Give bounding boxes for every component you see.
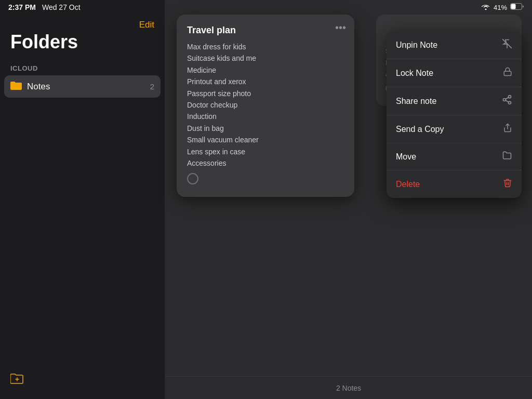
status-right: 41% xyxy=(481,3,524,11)
note-line-7: Dust in bag xyxy=(187,123,344,134)
context-menu: Unpin Note Lock Note Share note xyxy=(387,31,522,198)
folder-icon xyxy=(10,81,22,92)
send-copy-icon xyxy=(503,123,512,136)
note-line-8: Small vacuum cleaner xyxy=(187,134,344,145)
sidebar-item-notes[interactable]: Notes 2 xyxy=(4,75,161,98)
svg-rect-1 xyxy=(511,4,516,9)
edit-button[interactable]: Edit xyxy=(139,20,154,30)
menu-item-delete[interactable]: Delete xyxy=(387,170,522,198)
note-line-2: Medicine xyxy=(187,64,344,76)
sidebar: Folders Edit iCloud Notes 2 xyxy=(0,0,165,399)
lock-icon xyxy=(503,66,512,79)
svg-rect-4 xyxy=(504,71,511,75)
status-date: Wed 27 Oct xyxy=(42,3,81,11)
note-title: Travel plan xyxy=(187,25,344,36)
bottom-bar: 2 Notes xyxy=(165,376,532,399)
menu-item-send-copy-label: Send a Copy xyxy=(396,125,444,134)
wifi-icon xyxy=(481,3,490,11)
menu-item-share-label: Share note xyxy=(396,97,436,106)
folders-title: Folders xyxy=(10,31,78,52)
menu-item-share[interactable]: Share note xyxy=(387,87,522,115)
note-line-0: Max dress for kids xyxy=(187,41,344,52)
menu-item-lock-label: Lock Note xyxy=(396,69,433,78)
menu-item-lock[interactable]: Lock Note xyxy=(387,59,522,87)
note-line-4: Passport size photo xyxy=(187,88,344,99)
note-card: ••• Travel plan Max dress for kids Suitc… xyxy=(177,15,354,197)
menu-item-send-copy[interactable]: Send a Copy xyxy=(387,115,522,143)
svg-line-9 xyxy=(506,97,509,99)
note-line-6: Induction xyxy=(187,111,344,122)
icloud-label: iCloud xyxy=(0,58,165,75)
status-bar: 2:37 PM Wed 27 Oct 41% xyxy=(0,0,532,15)
battery-percentage: 41% xyxy=(494,4,507,11)
notes-item-count: 2 xyxy=(150,82,154,91)
new-folder-button[interactable] xyxy=(10,373,24,389)
trash-icon xyxy=(503,178,512,191)
status-time: 2:37 PM xyxy=(8,3,36,11)
menu-item-move[interactable]: Move xyxy=(387,143,522,170)
note-line-5: Doctor checkup xyxy=(187,99,344,111)
note-line-10: Accessories xyxy=(187,157,344,169)
sidebar-bottom xyxy=(10,373,24,389)
share-icon xyxy=(502,95,512,108)
note-content: Max dress for kids Suitcase kids and me … xyxy=(187,41,344,169)
note-line-1: Suitcase kids and me xyxy=(187,52,344,64)
menu-item-delete-label: Delete xyxy=(396,180,420,189)
notes-count-label: 2 Notes xyxy=(336,384,361,392)
menu-item-unpin-label: Unpin Note xyxy=(396,41,437,50)
note-line-9: Lens spex in case xyxy=(187,146,344,157)
note-more-button[interactable]: ••• xyxy=(333,20,348,36)
move-icon xyxy=(502,151,512,163)
svg-line-8 xyxy=(506,100,509,102)
battery-icon xyxy=(510,3,524,11)
menu-item-unpin[interactable]: Unpin Note xyxy=(387,31,522,59)
status-left: 2:37 PM Wed 27 Oct xyxy=(8,3,81,11)
menu-item-move-label: Move xyxy=(396,152,416,162)
notes-item-label: Notes xyxy=(27,82,145,92)
note-line-3: Printout and xerox xyxy=(187,76,344,87)
checkbox-circle[interactable] xyxy=(187,173,198,184)
unpin-icon xyxy=(502,38,512,51)
